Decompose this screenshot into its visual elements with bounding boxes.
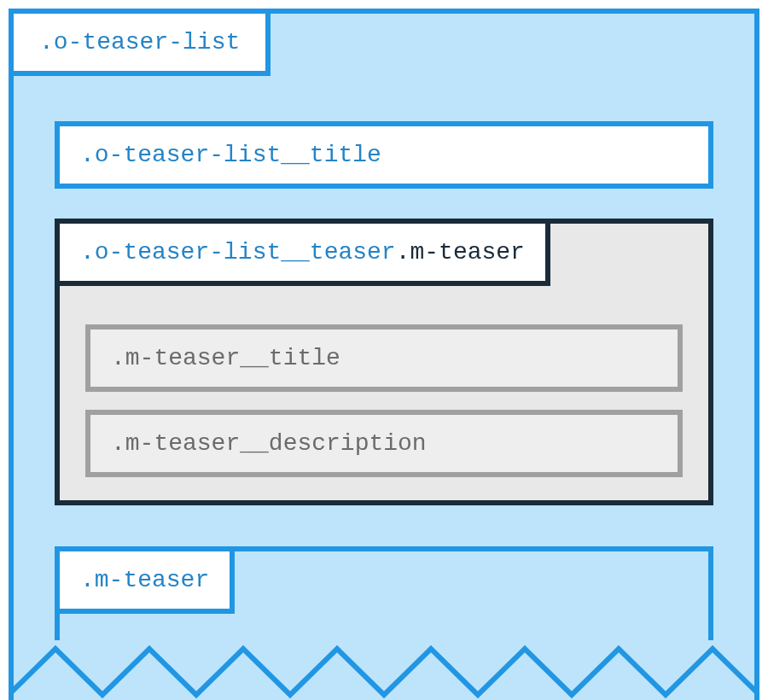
teaser-list-container: .o-teaser-list .o-teaser-list__title .o-… <box>9 9 759 700</box>
teaser-label-part1: .o-teaser-list__teaser <box>80 239 396 265</box>
teaser-list-teaser-box: .o-teaser-list__teaser.m-teaser .m-tease… <box>55 219 713 505</box>
teaser-label-part2: .m-teaser <box>396 239 525 265</box>
teaser-list-label: .o-teaser-list <box>9 9 271 76</box>
second-teaser-box: .m-teaser <box>55 546 713 649</box>
m-teaser-title-box: .m-teaser__title <box>85 324 683 392</box>
teaser-combined-label: .o-teaser-list__teaser.m-teaser <box>55 219 550 286</box>
teaser-list-title-box: .o-teaser-list__title <box>55 121 713 189</box>
second-teaser-label: .m-teaser <box>55 546 235 614</box>
m-teaser-description-box: .m-teaser__description <box>85 410 683 477</box>
